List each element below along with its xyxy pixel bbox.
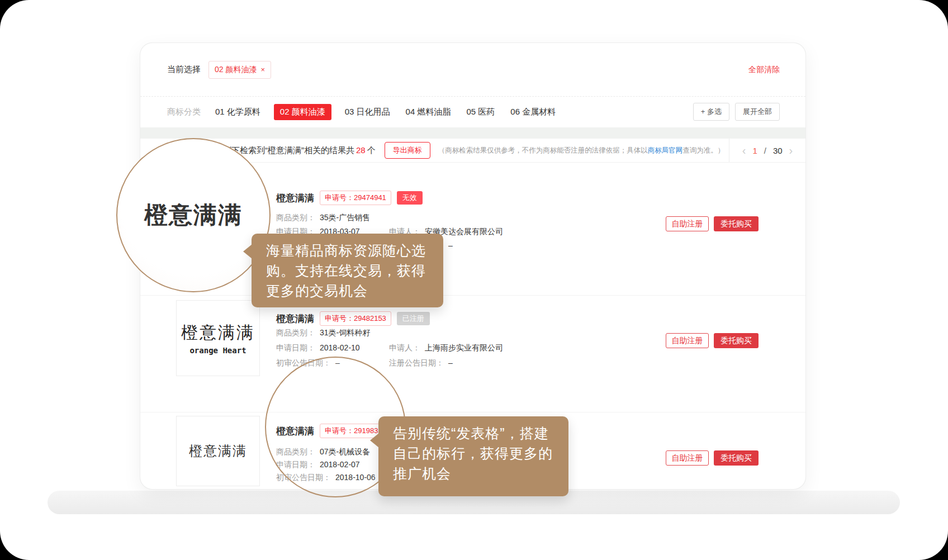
trademark-name: 橙意满满 [276, 312, 314, 325]
tooltip-line: 购。支持在线交易，获得 [266, 260, 429, 281]
next-page-icon[interactable]: › [789, 145, 793, 156]
multi-select-button[interactable]: + 多选 [693, 103, 729, 121]
trademark-office-link[interactable]: 商标局官网 [648, 146, 683, 154]
magnified-trademark-text: 橙意满满 [144, 200, 243, 231]
total-pages: 30 [773, 146, 783, 155]
trademark-image-subtext: orange Heart [189, 346, 246, 355]
category-item-01[interactable]: 01 化学原料 [215, 107, 260, 117]
application-number-label: 申请号： [325, 193, 354, 202]
tooltip-line: 自己的标行，获得更多的 [393, 443, 554, 463]
category-item-05[interactable]: 05 医药 [466, 107, 495, 117]
status-badge: 已注册 [397, 312, 430, 325]
tooltip-line: 更多的交易机会 [266, 281, 429, 301]
export-trademarks-button[interactable]: 导出商标 [385, 142, 430, 159]
apply-date-label: 申请日期： [276, 343, 315, 352]
disclaimer-suffix: 查询为准。） [682, 146, 724, 154]
expand-all-button[interactable]: 展开全部 [735, 103, 780, 121]
self-register-button[interactable]: 自助注册 [666, 333, 709, 348]
category-label: 商品类别： [276, 447, 315, 456]
tooltip-promotion: 告别传统“发表格”，搭建 自己的标行，获得更多的 推广机会 [378, 416, 568, 496]
category-item-06[interactable]: 06 金属材料 [510, 107, 556, 117]
trademark-image-text: 橙意满满 [181, 321, 255, 344]
selected-filter-tag-label: 02 颜料油漆 [215, 65, 257, 75]
trademark-image-text: 橙意满满 [189, 442, 247, 460]
status-badge: 无效 [397, 191, 423, 205]
magnifier-circle-large: 橙意满满 [116, 138, 271, 292]
self-register-button[interactable]: 自助注册 [666, 216, 709, 231]
trademark-details: 橙意满满 申请号：29482153 已注册 商品类别：31类-饲料种籽 申请日期… [276, 296, 660, 412]
reg-publication-label: 注册公告日期： [389, 358, 444, 367]
count-unit: 个 [367, 145, 376, 155]
first-publication-value: 2018-10-06 [335, 473, 376, 482]
trademark-image[interactable]: 橙意满满 orange Heart [176, 300, 260, 376]
category-row: 商标分类 01 化学原料 02 颜料油漆 03 日化用品 04 燃料油脂 05 … [140, 97, 805, 127]
reg-publication-value: – [448, 358, 453, 367]
application-number-tag: 申请号：29474941 [320, 191, 391, 205]
category-label: 商品类别： [276, 213, 315, 222]
trademark-name: 橙意满满 [276, 192, 314, 205]
first-publication-value: – [335, 358, 340, 367]
category-value: 07类-机械设备 [320, 447, 370, 456]
disclaimer-prefix: （商标检索结果仅供参考，不作为商标能否注册的法律依据；具体以 [438, 146, 648, 154]
apply-date-value: 2018-02-10 [320, 343, 360, 352]
trademark-name: 橙意满满 [276, 425, 314, 438]
disclaimer-text: （商标检索结果仅供参考，不作为商标能否注册的法律依据；具体以商标局官网查询为准。… [438, 146, 725, 155]
tooltip-line: 海量精品商标资源随心选 [266, 240, 429, 260]
entrust-purchase-button[interactable]: 委托购买 [714, 216, 759, 231]
apply-date-label: 申请日期： [276, 460, 315, 469]
page-separator: / [764, 146, 766, 155]
category-item-02-selected[interactable]: 02 颜料油漆 [274, 104, 331, 120]
selected-filter-tag[interactable]: 02 颜料油漆 × [208, 61, 271, 79]
table-row: 橙意满满 orange Heart 橙意满满 申请号：29482153 已注册 … [140, 295, 805, 412]
first-publication-label: 初审公告日期： [276, 358, 331, 367]
entrust-purchase-button[interactable]: 委托购买 [714, 333, 759, 348]
close-icon[interactable]: × [260, 65, 265, 74]
prev-page-icon[interactable]: ‹ [742, 145, 746, 156]
application-number-value: 29474941 [354, 193, 386, 202]
reg-publication-value: – [448, 241, 453, 250]
current-page: 1 [752, 146, 757, 155]
current-selection-label: 当前选择 [167, 64, 201, 75]
application-number-value: 29482153 [354, 314, 386, 322]
self-register-button[interactable]: 自助注册 [666, 450, 709, 466]
first-publication-label: 初审公告日期： [276, 473, 331, 482]
category-row-label: 商标分类 [167, 107, 201, 117]
current-selection-row: 当前选择 02 颜料油漆 × 全部清除 [140, 43, 805, 97]
application-number-label: 申请号： [325, 314, 354, 322]
filter-panel: 当前选择 02 颜料油漆 × 全部清除 商标分类 01 化学原料 02 颜料油漆… [140, 43, 805, 127]
category-value: 35类-广告销售 [320, 213, 370, 222]
applicant-value: 上海雨步实业有限公司 [425, 343, 503, 352]
pagination: ‹ 1 / 30 › [729, 139, 805, 162]
tooltip-line: 推广机会 [393, 463, 554, 483]
category-label: 商品类别： [276, 328, 315, 337]
category-value: 31类-饲料种籽 [320, 328, 370, 337]
tooltip-line: 告别传统“发表格”，搭建 [393, 423, 554, 443]
clear-all-button[interactable]: 全部清除 [748, 65, 780, 75]
category-item-04[interactable]: 04 燃料油脂 [406, 107, 451, 117]
application-number-tag: 申请号：29482153 [320, 311, 391, 326]
application-number-label: 申请号： [325, 426, 354, 435]
category-item-03[interactable]: 03 日化用品 [345, 107, 390, 117]
tooltip-arrow-icon [243, 244, 252, 259]
tooltip-arrow-icon [370, 433, 379, 448]
trademark-image[interactable]: 橙意满满 [176, 416, 260, 486]
result-count: 28 [356, 145, 366, 155]
applicant-label: 申请人： [389, 343, 420, 352]
tooltip-trademark-resources: 海量精品商标资源随心选 购。支持在线交易，获得 更多的交易机会 [252, 234, 443, 307]
entrust-purchase-button[interactable]: 委托购买 [714, 450, 759, 466]
apply-date-value: 2018-02-07 [320, 460, 360, 469]
